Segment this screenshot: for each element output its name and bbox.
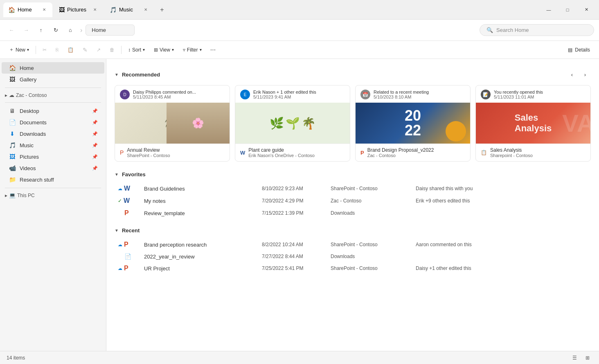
list-view-button[interactable]: ☰	[570, 353, 579, 363]
card-brand-avatar: 📅	[360, 90, 370, 99]
favorites-row-my-notes[interactable]: ✓ W My notes 7/20/2022 4:29 PM Zac - Con…	[115, 195, 591, 207]
plant-icon-2: 🌱	[286, 117, 300, 130]
grid-view-button[interactable]: ⊞	[583, 353, 592, 363]
sidebar-downloads-label: Downloads	[20, 131, 46, 137]
add-tab-button[interactable]: +	[155, 3, 169, 16]
favorites-file-date-3: 7/15/2022 1:39 PM	[262, 210, 327, 216]
favorites-file-action-2: Erik +9 others edited this	[416, 198, 588, 204]
sidebar-documents-label: Documents	[20, 119, 47, 126]
recent-title: Recent	[122, 227, 140, 234]
card-sales-analysis[interactable]: 📝 You recently opened this 5/11/2023 11:…	[475, 85, 591, 162]
sort-label: Sort	[132, 47, 141, 53]
card-annual-review[interactable]: D Daisy Philipps commented on... 5/11/20…	[115, 85, 230, 162]
sidebar-item-home[interactable]: 🏠 Home	[2, 62, 104, 74]
favorites-row-review-template[interactable]: P Review_template 7/15/2022 1:39 PM Down…	[115, 207, 591, 219]
tab-pictures-close[interactable]: ✕	[92, 7, 98, 13]
sidebar-sep-3	[5, 188, 101, 188]
card-sales-thumb: SalesAnalysis VA	[476, 103, 590, 144]
sidebar-item-downloads[interactable]: ⬇ Downloads 📌	[2, 128, 104, 139]
card-sales-info: Sales Analysis Sharepoint - Contoso	[490, 147, 585, 158]
tab-home[interactable]: 🏠 Home ✕	[3, 2, 52, 17]
cloud-sync-icon-3: ☁	[118, 266, 122, 271]
view-button[interactable]: ⊞ View ▾	[150, 45, 178, 55]
recommended-section-header[interactable]: ▼ Recommended ‹ ›	[115, 69, 591, 80]
status-bar-right: ☰ ⊞	[570, 353, 592, 363]
paste-button[interactable]: 📋	[63, 45, 78, 55]
search-bar[interactable]: 🔍 Search Home	[480, 24, 594, 36]
card-sales-filemeta: Sharepoint - Contoso	[490, 153, 585, 158]
pc-icon: 💻	[9, 192, 16, 198]
sidebar-item-videos[interactable]: 📹 Videos 📌	[2, 162, 104, 174]
sidebar-thispc-group[interactable]: ▸ 💻 This PC	[2, 191, 104, 200]
delete-button[interactable]: 🗑	[106, 45, 119, 55]
pin-icon-4: 📌	[92, 143, 98, 148]
sidebar-videos-label: Videos	[20, 165, 36, 171]
rename-button[interactable]: ✎	[79, 45, 92, 55]
favorites-section-header[interactable]: ▼ Favorites	[115, 171, 591, 178]
recommended-next-button[interactable]: ›	[579, 69, 591, 80]
address-bar[interactable]: Home	[86, 25, 135, 36]
tab-pictures[interactable]: 🖼 Pictures ✕	[54, 2, 103, 17]
favorites-file-name-3: Review_template	[144, 210, 259, 216]
file-icons-my-notes: ✓ W	[118, 197, 141, 204]
sort-button[interactable]: ↕ Sort ▾	[124, 45, 149, 55]
sidebar-zac-group[interactable]: ▸ ☁ Zac - Contoso	[2, 90, 104, 100]
cut-button[interactable]: ✂	[38, 45, 51, 55]
cloud-icon: ☁	[9, 92, 14, 98]
maximize-button[interactable]: □	[558, 3, 577, 16]
sidebar-item-documents[interactable]: 📄 Documents 📌	[2, 117, 104, 128]
up-button[interactable]: ↑	[34, 24, 47, 37]
recent-file-action-3: Daisy +1 other edited this	[416, 265, 588, 271]
card-annual-info: Annual Review SharePoint - Contoso	[127, 147, 225, 158]
cloud-sync-icon-2: ☁	[118, 242, 122, 247]
sidebar-item-gallery[interactable]: 🖼 Gallery	[2, 74, 104, 85]
pictures-sidebar-icon: 🖼	[8, 153, 16, 160]
close-button[interactable]: ✕	[577, 3, 596, 16]
forward-button[interactable]: →	[20, 24, 33, 37]
filter-button[interactable]: ▿ Filter ▾	[179, 45, 206, 55]
recent-row-ur-project[interactable]: ☁ P UR Project 7/25/2022 5:41 PM SharePo…	[115, 262, 591, 274]
card-brand-info: Brand Design Proposal_v2022 Zac - Contos…	[367, 147, 465, 158]
sidebar-item-music[interactable]: 🎵 Music 📌	[2, 139, 104, 151]
sidebar-music-label: Music	[20, 142, 34, 148]
recent-row-brand-perception[interactable]: ☁ P Brand perception research 8/2/2022 1…	[115, 238, 591, 251]
details-icon: ▤	[568, 47, 572, 53]
card-annual-meta: Daisy Philipps commented on... 5/11/2023…	[133, 90, 225, 99]
sidebar-item-research[interactable]: 📁 Research stuff	[2, 174, 104, 185]
recent-file-date-3: 7/25/2022 5:41 PM	[262, 265, 327, 271]
recent-section-header[interactable]: ▼ Recent	[115, 227, 591, 234]
card-plant-date: 5/11/2023 9:41 AM	[253, 94, 345, 99]
sidebar-item-pictures[interactable]: 🖼 Pictures 📌	[2, 151, 104, 162]
copy-button[interactable]: ⎘	[52, 45, 63, 55]
sidebar-thispc-label: This PC	[17, 193, 35, 198]
card-plant-avatar: E	[240, 90, 250, 99]
card-annual-thumbnail: Annualreview 🌸	[115, 103, 230, 144]
more-options-button[interactable]: ···	[207, 43, 220, 56]
back-button[interactable]: ←	[5, 24, 18, 37]
filter-label: Filter	[187, 47, 198, 53]
view-chevron-icon: ▾	[172, 47, 174, 52]
tab-home-close[interactable]: ✕	[41, 7, 47, 13]
pin-icon-2: 📌	[92, 120, 98, 125]
home-button[interactable]: ⌂	[64, 24, 77, 37]
recent-row-year-in-review[interactable]: 📄 2022_year_in_review 7/27/2022 8:44 AM …	[115, 251, 591, 262]
word-file-icon: W	[124, 185, 130, 192]
research-sidebar-icon: 📁	[8, 176, 16, 183]
downloads-sidebar-icon: ⬇	[8, 130, 16, 137]
ppt-icon: P	[120, 149, 124, 156]
tab-music-close[interactable]: ✕	[142, 7, 149, 13]
recommended-prev-button[interactable]: ‹	[566, 69, 578, 80]
card-plant-care[interactable]: E Erik Nason + 1 other edited this 5/11/…	[235, 85, 350, 162]
refresh-button[interactable]: ↻	[49, 24, 62, 37]
view-label: View	[160, 47, 170, 53]
sidebar-item-desktop[interactable]: 🖥 Desktop 📌	[2, 105, 104, 117]
sidebar-desktop-label: Desktop	[20, 108, 39, 114]
tab-music[interactable]: 🎵 Music ✕	[105, 2, 154, 17]
details-button[interactable]: ▤ Details	[564, 45, 594, 55]
minimize-button[interactable]: —	[539, 3, 558, 16]
share-button[interactable]: ↗	[92, 45, 105, 55]
favorites-row-brand-guidelines[interactable]: ☁ W Brand Guidelines 8/10/2022 9:23 AM S…	[115, 182, 591, 195]
card-annual-filename: Annual Review	[127, 147, 225, 153]
card-brand-design[interactable]: 📅 Related to a recent meeting 5/10/2023 …	[355, 85, 471, 162]
new-button[interactable]: ＋ New ▾	[5, 44, 33, 55]
